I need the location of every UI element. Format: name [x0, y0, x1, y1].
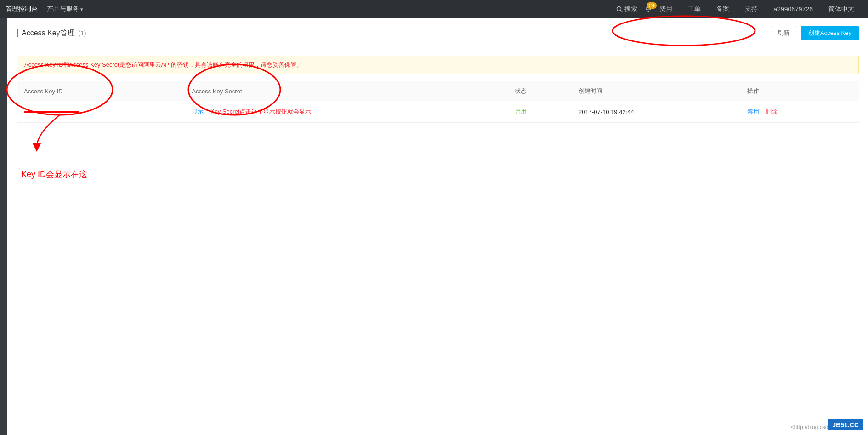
- show-secret-link[interactable]: 显示: [192, 108, 204, 115]
- svg-point-0: [617, 7, 621, 11]
- lang-label[interactable]: 简体中文: [828, 5, 854, 13]
- table-container: Access Key ID Access Key Secret 状态 创建时间 …: [17, 81, 859, 123]
- svg-line-1: [621, 11, 623, 12]
- table-header: Access Key ID Access Key Secret 状态 创建时间 …: [17, 81, 859, 101]
- access-key-table: Access Key ID Access Key Secret 状态 创建时间 …: [17, 81, 859, 123]
- page-title: Access Key管理: [22, 29, 75, 38]
- status-badge: 启用: [515, 108, 527, 115]
- user-label[interactable]: a2990679726: [773, 6, 813, 13]
- main-content: Access Key管理 (1) 刷新 创建Access Key Access …: [7, 18, 868, 435]
- search-label: 搜索: [624, 5, 637, 13]
- col-action: 操作: [740, 81, 859, 101]
- warning-text: Access Key ID和Access Key Secret是您访问阿里云AP…: [24, 61, 302, 68]
- col-key-secret: Access Key Secret: [184, 81, 507, 101]
- notification-badge: 24: [647, 2, 657, 9]
- delete-action[interactable]: 删除: [766, 108, 777, 115]
- top-navigation: 管理控制台 产品与服务 搜索 24 费用 工单 备案 支持 a299067972…: [0, 0, 868, 18]
- page-header: Access Key管理 (1) 刷新 创建Access Key: [7, 18, 868, 48]
- cell-status: 启用: [507, 101, 571, 123]
- col-created: 创建时间: [571, 81, 740, 101]
- domain-label[interactable]: 备案: [716, 5, 729, 13]
- warning-banner: Access Key ID和Access Key Secret是您访问阿里云AP…: [17, 56, 859, 74]
- page-count: (1): [79, 29, 86, 37]
- search-icon: [616, 6, 623, 12]
- brand-label[interactable]: 管理控制台: [6, 5, 38, 13]
- notification-bell[interactable]: 24: [645, 5, 652, 14]
- table-body: 显示 Key Secret点击这个显示按钮就会显示 启用 2017-07-10 …: [17, 101, 859, 123]
- key-id-masked: [24, 111, 79, 113]
- fee-label[interactable]: 费用: [659, 5, 672, 13]
- ticket-label[interactable]: 工单: [688, 5, 701, 13]
- key-secret-hint: Key Secret点击这个显示按钮就会显示: [210, 108, 312, 115]
- sidebar: [0, 18, 7, 435]
- table-row: 显示 Key Secret点击这个显示按钮就会显示 启用 2017-07-10 …: [17, 101, 859, 123]
- search-button[interactable]: 搜索: [616, 5, 637, 13]
- cell-key-id: [17, 101, 184, 123]
- page-title-container: Access Key管理 (1): [17, 29, 86, 38]
- watermark-url: <http://blog.csdn: [791, 424, 831, 430]
- cell-key-secret: 显示 Key Secret点击这个显示按钮就会显示: [184, 101, 507, 123]
- disable-action[interactable]: 禁用: [747, 108, 759, 115]
- products-menu[interactable]: 产品与服务: [47, 5, 83, 13]
- col-status: 状态: [507, 81, 571, 101]
- annotation-key-id-label: Key ID会显示在这: [21, 169, 87, 180]
- create-access-key-button[interactable]: 创建Access Key: [801, 26, 859, 40]
- refresh-button[interactable]: 刷新: [771, 26, 796, 40]
- cell-created-at: 2017-07-10 19:42:44: [571, 101, 740, 123]
- cell-actions: 禁用 删除: [740, 101, 859, 123]
- watermark-label: JB51.CC: [828, 419, 863, 430]
- header-actions: 刷新 创建Access Key: [771, 26, 859, 40]
- col-key-id: Access Key ID: [17, 81, 184, 101]
- support-label[interactable]: 支持: [745, 5, 758, 13]
